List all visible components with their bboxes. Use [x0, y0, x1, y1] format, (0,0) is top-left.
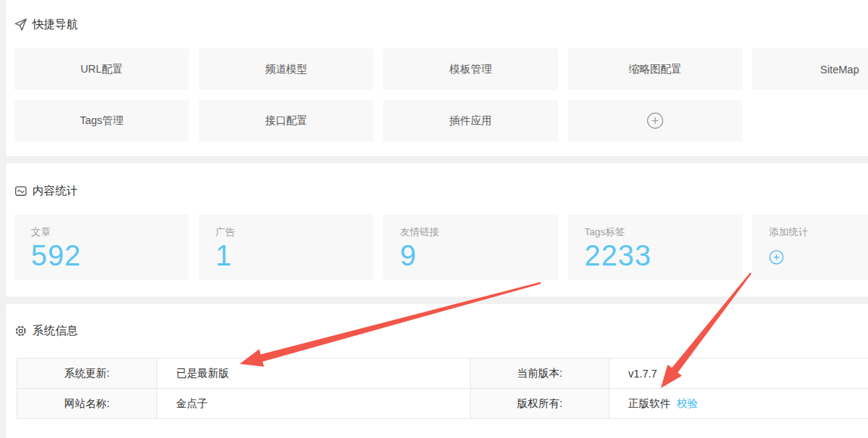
value-copyright: 正版软件校验	[609, 389, 868, 419]
stat-label: 添加统计	[769, 225, 868, 239]
nav-button-channel-model[interactable]: 频道模型	[199, 48, 374, 90]
value-site-name: 金点子	[157, 389, 471, 419]
stat-value: 592	[31, 241, 189, 272]
nav-button-api-config[interactable]: 接口配置	[199, 100, 374, 141]
nav-grid-empty-cell	[752, 100, 868, 141]
circle-plus-icon	[646, 112, 664, 129]
stat-label: 友情链接	[400, 225, 558, 239]
label-copyright: 版权所有:	[471, 389, 609, 419]
copyright-text: 正版软件	[628, 397, 671, 409]
nav-button-sitemap[interactable]: SiteMap	[752, 48, 868, 90]
quick-nav-panel: 快捷导航 URL配置 频道模型 模板管理 缩略图配置 SiteMap Tags管…	[6, 0, 868, 156]
monitor-wave-icon	[14, 185, 27, 197]
nav-button-tags-manage[interactable]: Tags管理	[14, 100, 189, 141]
system-info-panel: 系统信息 系统更新: 已是最新版 当前版本: v1.7.7 网站名称: 金点子 …	[6, 304, 868, 438]
table-row: 网站名称: 金点子 版权所有: 正版软件校验	[17, 389, 868, 419]
page-content: 快捷导航 URL配置 频道模型 模板管理 缩略图配置 SiteMap Tags管…	[6, 0, 868, 438]
nav-button-template-manage[interactable]: 模板管理	[383, 48, 558, 90]
nav-button-plugin-app[interactable]: 插件应用	[383, 100, 558, 141]
nav-add-button[interactable]	[568, 100, 742, 141]
stat-label: 广告	[215, 225, 374, 239]
value-system-update: 已是最新版	[157, 359, 471, 389]
stat-card-tags: Tags标签 2233	[568, 214, 742, 280]
stat-value: 2233	[584, 241, 742, 272]
quick-nav-title: 快捷导航	[14, 17, 868, 32]
stat-card-ads: 广告 1	[199, 214, 374, 280]
send-icon	[14, 18, 27, 31]
stat-card-articles: 文章 592	[14, 214, 189, 280]
nav-button-url-config[interactable]: URL配置	[14, 48, 189, 90]
content-stats-title: 内容统计	[14, 184, 868, 198]
table-row: 系统更新: 已是最新版 当前版本: v1.7.7	[17, 359, 868, 389]
quick-nav-grid: URL配置 频道模型 模板管理 缩略图配置 SiteMap Tags管理 接口配…	[14, 48, 868, 141]
stat-value: 9	[400, 241, 558, 272]
quick-nav-title-text: 快捷导航	[33, 17, 78, 32]
system-info-title: 系统信息	[14, 324, 868, 338]
add-stat-button[interactable]	[769, 250, 868, 268]
stat-label: 文章	[31, 225, 189, 239]
stat-value: 1	[215, 241, 374, 272]
label-current-version: 当前版本:	[471, 359, 609, 389]
content-stats-panel: 内容统计 文章 592 广告 1 友情链接 9 Tags标签 2233 添加统计	[6, 163, 868, 297]
nav-button-thumbnail-config[interactable]: 缩略图配置	[568, 48, 742, 90]
stat-card-friend-links: 友情链接 9	[383, 214, 558, 280]
stats-grid: 文章 592 广告 1 友情链接 9 Tags标签 2233 添加统计	[14, 214, 868, 280]
stat-label: Tags标签	[584, 225, 742, 239]
system-info-title-text: 系统信息	[33, 324, 78, 338]
gear-icon	[14, 325, 27, 337]
verify-link[interactable]: 校验	[677, 397, 698, 409]
system-info-table: 系统更新: 已是最新版 当前版本: v1.7.7 网站名称: 金点子 版权所有:…	[17, 358, 868, 419]
circle-plus-icon	[769, 254, 784, 267]
stat-card-add: 添加统计	[752, 214, 868, 280]
value-current-version: v1.7.7	[609, 359, 868, 389]
content-stats-title-text: 内容统计	[33, 184, 78, 198]
label-system-update: 系统更新:	[17, 359, 157, 389]
label-site-name: 网站名称:	[17, 389, 157, 419]
